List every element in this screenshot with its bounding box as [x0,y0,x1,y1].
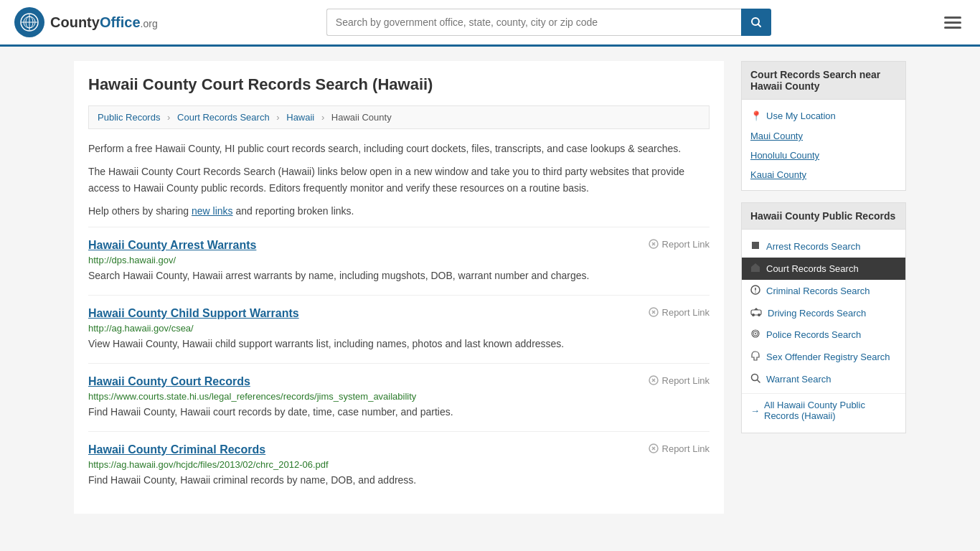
sidebar-record-icon-1 [750,263,760,275]
desc3-suffix: and reporting broken links. [233,205,354,217]
nearby-section-title: Court Records Search near Hawaii County [742,62,905,100]
nearby-link-0[interactable]: Maui County [742,126,905,146]
report-label-2: Report Link [662,375,710,386]
result-header-0: Hawaii County Arrest Warrants Report Lin… [88,239,710,252]
nearby-link-1[interactable]: Honolulu County [742,146,905,165]
logo-text: CountyOffice.org [50,14,158,31]
result-url-1: http://ag.hawaii.gov/csea/ [88,323,710,334]
breadcrumb-sep-3: › [321,112,324,123]
report-icon-3 [649,443,659,453]
main-content: Hawaii County Court Records Search (Hawa… [74,61,724,514]
result-url-3: https://ag.hawaii.gov/hcjdc/files/2013/0… [88,459,710,470]
report-label-0: Report Link [662,239,710,250]
report-label-3: Report Link [662,443,710,454]
svg-line-33 [758,380,760,383]
logo-area: CountyOffice.org [14,7,158,37]
sidebar-record-icon-3 [750,307,762,319]
sidebar-record-item-2[interactable]: Criminal Records Search [742,280,905,302]
result-url-2: https://www.courts.state.hi.us/legal_ref… [88,391,710,402]
sidebar-record-label-0: Arrest Records Search [766,241,861,252]
location-pin-icon: 📍 [750,110,762,121]
result-title-3[interactable]: Hawaii County Criminal Records [88,443,265,456]
public-records-section: Hawaii County Public Records Arrest Reco… [741,202,906,433]
sidebar-record-icon-4 [750,329,760,341]
public-records-section-content: Arrest Records Search Court Records Sear… [742,230,905,433]
sidebar-record-item-4[interactable]: Police Records Search [742,324,905,346]
all-records-link[interactable]: → All Hawaii County Public Records (Hawa… [742,393,905,427]
report-link-3[interactable]: Report Link [649,443,710,454]
report-link-0[interactable]: Report Link [649,239,710,250]
sidebar-record-label-4: Police Records Search [766,329,861,340]
menu-button[interactable] [940,12,966,33]
desc3-prefix: Help others by sharing [88,205,192,217]
sidebar-record-item-0[interactable]: Arrest Records Search [742,235,905,258]
sidebar-record-item-5[interactable]: Sex Offender Registry Search [742,346,905,368]
description-2: The Hawaii County Court Records Search (… [88,164,710,196]
svg-marker-28 [754,308,758,310]
sidebar-record-item-6[interactable]: Warrant Search [742,368,905,390]
sidebar-record-label-2: Criminal Records Search [766,286,870,296]
breadcrumb-public-records[interactable]: Public Records [98,112,160,123]
public-records-items-container: Arrest Records Search Court Records Sear… [742,235,905,390]
result-title-2[interactable]: Hawaii County Court Records [88,375,250,388]
new-links-link[interactable]: new links [192,205,233,217]
breadcrumb: Public Records › Court Records Search › … [88,105,710,129]
result-desc-0: Search Hawaii County, Hawaii arrest warr… [88,268,710,283]
svg-point-24 [755,291,756,293]
sidebar-record-icon-5 [750,351,760,363]
search-input[interactable] [326,9,741,36]
breadcrumb-court-records-search[interactable]: Court Records Search [177,112,270,123]
svg-rect-19 [752,242,759,249]
sidebar-record-item-3[interactable]: Driving Records Search [742,302,905,324]
report-icon-2 [649,375,659,385]
use-location-item[interactable]: 📍 Use My Location [742,105,905,126]
sidebar: Court Records Search near Hawaii County … [741,61,906,514]
nearby-link-2[interactable]: Kauai County [742,165,905,184]
nearby-section: Court Records Search near Hawaii County … [741,61,906,191]
search-button[interactable] [741,9,771,36]
page-title: Hawaii County Court Records Search (Hawa… [88,75,710,94]
result-title-1[interactable]: Hawaii County Child Support Warrants [88,307,299,320]
sidebar-record-icon-6 [750,373,760,385]
sidebar-record-label-3: Driving Records Search [768,308,866,319]
svg-marker-21 [751,263,760,267]
result-title-0[interactable]: Hawaii County Arrest Warrants [88,239,256,252]
sidebar-record-icon-2 [750,285,760,297]
report-link-1[interactable]: Report Link [649,307,710,318]
result-desc-1: View Hawaii County, Hawaii child support… [88,336,710,352]
breadcrumb-hawaii-county: Hawaii County [331,112,392,123]
report-label-1: Report Link [662,307,710,318]
svg-point-27 [758,314,760,316]
all-records-label: All Hawaii County Public Records (Hawaii… [764,400,897,421]
svg-point-31 [755,333,756,334]
results-container: Hawaii County Arrest Warrants Report Lin… [88,227,710,499]
logo-icon [14,7,44,37]
report-icon-0 [649,239,659,249]
svg-line-6 [758,24,760,27]
svg-point-26 [752,314,755,316]
sidebar-record-icon-0 [750,240,760,253]
breadcrumb-sep-2: › [276,112,279,123]
report-link-2[interactable]: Report Link [649,375,710,386]
result-item-1: Hawaii County Child Support Warrants Rep… [88,295,710,363]
nearby-section-content: 📍 Use My Location Maui CountyHonolulu Co… [742,100,905,190]
svg-rect-20 [751,267,760,272]
result-desc-2: Find Hawaii County, Hawaii court records… [88,405,710,420]
result-header-3: Hawaii County Criminal Records Report Li… [88,443,710,456]
sidebar-record-label-1: Court Records Search [766,263,859,274]
breadcrumb-sep-1: › [167,112,170,123]
sidebar-record-item-1[interactable]: Court Records Search [742,258,905,280]
description-1: Perform a free Hawaii County, HI public … [88,141,710,156]
description-3: Help others by sharing new links and rep… [88,203,710,219]
report-icon-1 [649,307,659,317]
result-item-0: Hawaii County Arrest Warrants Report Lin… [88,227,710,295]
use-location-label: Use My Location [766,110,836,121]
breadcrumb-hawaii[interactable]: Hawaii [286,112,314,123]
result-header-1: Hawaii County Child Support Warrants Rep… [88,307,710,320]
arrow-right-icon: → [750,405,760,416]
public-records-section-title: Hawaii County Public Records [742,203,905,230]
result-desc-3: Find Hawaii County, Hawaii criminal reco… [88,473,710,488]
result-url-0: http://dps.hawaii.gov/ [88,255,710,265]
result-header-2: Hawaii County Court Records Report Link [88,375,710,388]
header: CountyOffice.org [0,0,980,47]
